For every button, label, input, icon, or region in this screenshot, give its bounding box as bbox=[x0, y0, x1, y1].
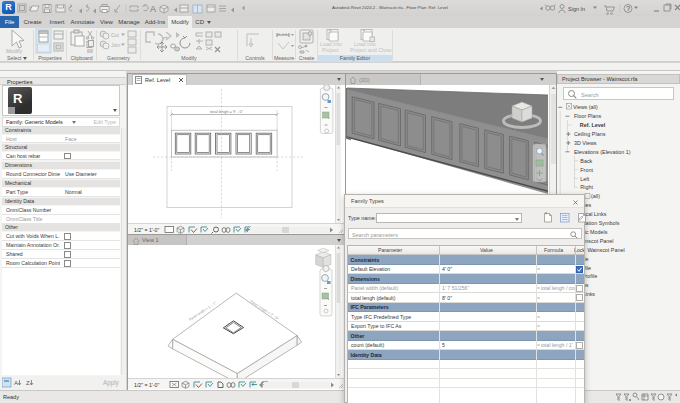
svg-text:Project and Close: Project and Close bbox=[350, 47, 392, 53]
svg-text:total lengh = 9' - 0": total lengh = 9' - 0" bbox=[210, 109, 244, 114]
svg-text:Floor Plans: Floor Plans bbox=[574, 113, 602, 119]
svg-text:A: A bbox=[150, 4, 156, 14]
svg-text:Left: Left bbox=[580, 176, 589, 182]
svg-text:(all): (all) bbox=[591, 193, 600, 199]
svg-text:A: A bbox=[14, 380, 18, 386]
svg-text:Back: Back bbox=[580, 158, 592, 164]
svg-text:Project: Project bbox=[322, 47, 339, 53]
svg-text:Right: Right bbox=[580, 184, 593, 190]
svg-text:Front: Front bbox=[580, 167, 593, 173]
svg-text:Search: Search bbox=[581, 92, 599, 98]
svg-text:Ref. Level: Ref. Level bbox=[580, 122, 606, 128]
svg-text:Elevations (Elevation 1): Elevations (Elevation 1) bbox=[574, 149, 631, 155]
svg-text:3D Views: 3D Views bbox=[574, 140, 597, 146]
svg-text:Wainscot Panel: Wainscot Panel bbox=[587, 247, 624, 253]
svg-text:Join: Join bbox=[111, 42, 120, 48]
svg-text:Z: Z bbox=[26, 380, 30, 386]
svg-text:Cut: Cut bbox=[111, 32, 119, 38]
svg-text:Views (all): Views (all) bbox=[573, 104, 598, 110]
svg-text:?: ? bbox=[626, 5, 630, 12]
svg-text:Ceiling Plans: Ceiling Plans bbox=[574, 131, 606, 137]
svg-text:Modify: Modify bbox=[6, 48, 22, 54]
svg-text:Sign In: Sign In bbox=[568, 6, 585, 12]
